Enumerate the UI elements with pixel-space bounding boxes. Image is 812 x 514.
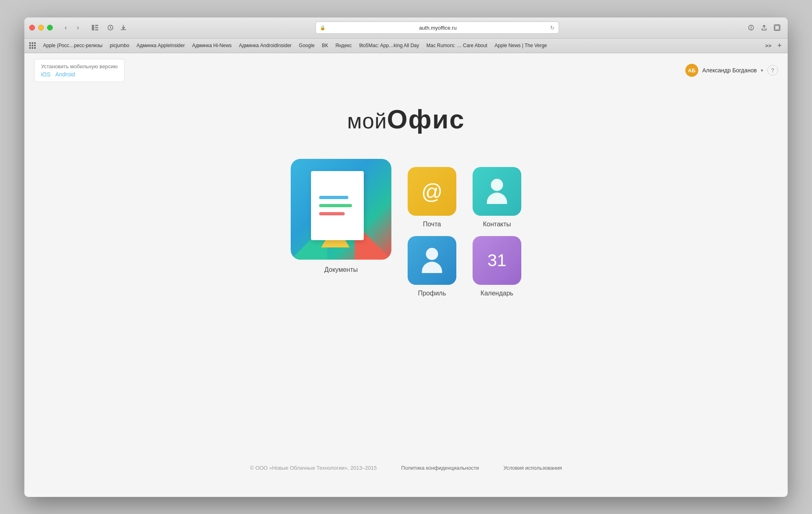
mail-label: Почта bbox=[423, 221, 441, 228]
document-paper bbox=[311, 171, 364, 240]
logo-moi: мой bbox=[347, 109, 387, 133]
download-status-icon[interactable] bbox=[745, 22, 757, 33]
apps-row-top: @ Почта Контакт bbox=[408, 167, 521, 228]
doc-line-3 bbox=[319, 212, 345, 215]
close-button[interactable] bbox=[29, 25, 35, 30]
profile-app[interactable]: Профиль bbox=[408, 236, 456, 297]
svg-rect-2 bbox=[95, 27, 98, 28]
calendar-date: 31 bbox=[488, 252, 507, 269]
apps-grid: Документы @ Почта bbox=[291, 159, 521, 297]
profile-person-body bbox=[422, 262, 442, 273]
forward-button[interactable]: › bbox=[72, 22, 84, 33]
bookmark-7[interactable]: Яндекс bbox=[332, 41, 355, 50]
maximize-button[interactable] bbox=[47, 25, 53, 30]
profile-label: Профиль bbox=[418, 290, 446, 297]
logo-ofis: Офис bbox=[387, 104, 465, 134]
bookmark-5[interactable]: Google bbox=[296, 41, 318, 50]
download-icon[interactable] bbox=[118, 22, 129, 33]
calendar-inner: 31 bbox=[488, 252, 507, 269]
bookmark-2[interactable]: Админка AppleInsider bbox=[133, 41, 188, 50]
mobile-install-box: Установить мобильную версию iOS Android bbox=[34, 59, 125, 82]
address-bar-section: 🔒 auth.myoffice.ru ↻ bbox=[105, 22, 783, 34]
bookmarks-add-button[interactable]: + bbox=[775, 41, 784, 50]
svg-rect-0 bbox=[92, 25, 94, 30]
main-content: мойОфис bbox=[24, 88, 788, 497]
ios-link[interactable]: iOS bbox=[41, 71, 50, 78]
contacts-app[interactable]: Контакты bbox=[473, 167, 521, 228]
bookmark-10[interactable]: Apple News | The Verge bbox=[491, 41, 550, 50]
documents-app[interactable]: Документы bbox=[291, 159, 391, 273]
toolbar-icons-right bbox=[745, 22, 783, 33]
mobile-install-title: Установить мобильную версию bbox=[41, 63, 118, 69]
doc-line-1 bbox=[319, 196, 348, 199]
toolbar-icons-left bbox=[105, 22, 129, 33]
documents-icon bbox=[291, 159, 391, 260]
nav-buttons: ‹ › bbox=[60, 22, 84, 33]
page-footer: © ООО «Новые Облачные Технологии», 2013–… bbox=[240, 455, 572, 481]
profile-person-head bbox=[426, 248, 438, 260]
address-bar[interactable]: 🔒 auth.myoffice.ru ↻ bbox=[315, 22, 559, 34]
android-link[interactable]: Android bbox=[55, 71, 75, 78]
bookmark-3[interactable]: Админка Hi-News bbox=[189, 41, 235, 50]
user-name-label: Александр Богданов bbox=[702, 67, 757, 74]
bookmark-9[interactable]: Mac Rumors: … Care About bbox=[423, 41, 490, 50]
mail-app[interactable]: @ Почта bbox=[408, 167, 456, 228]
browser-window: ‹ › bbox=[24, 17, 788, 497]
profile-person-figure bbox=[422, 248, 442, 273]
user-avatar: АБ bbox=[685, 64, 698, 77]
back-button[interactable]: ‹ bbox=[60, 22, 71, 33]
calendar-label: Календарь bbox=[481, 290, 514, 297]
history-icon[interactable] bbox=[105, 22, 116, 33]
apps-row-bottom: Профиль 31 Календарь bbox=[408, 236, 521, 297]
user-dropdown-button[interactable]: ▾ bbox=[761, 68, 763, 73]
tabs-icon[interactable] bbox=[771, 22, 783, 33]
contacts-person-figure bbox=[487, 179, 507, 204]
bookmark-4[interactable]: Админка AndroidInsider bbox=[236, 41, 295, 50]
mail-at-symbol: @ bbox=[421, 179, 443, 204]
lock-icon: 🔒 bbox=[320, 25, 326, 30]
bookmark-1[interactable]: picjumbo bbox=[106, 41, 132, 50]
bookmark-6[interactable]: ВК bbox=[319, 41, 331, 50]
documents-label: Документы bbox=[324, 266, 358, 273]
profile-icon bbox=[408, 236, 456, 285]
contacts-icon bbox=[473, 167, 521, 216]
mobile-links: iOS Android bbox=[41, 71, 118, 78]
svg-rect-7 bbox=[775, 26, 779, 30]
sidebar-button[interactable] bbox=[89, 22, 101, 33]
svg-rect-3 bbox=[95, 29, 98, 30]
url-display: auth.myoffice.ru bbox=[328, 25, 548, 31]
contacts-label: Контакты bbox=[483, 221, 511, 228]
app-logo: мойОфис bbox=[347, 104, 465, 134]
footer-copyright: © ООО «Новые Облачные Технологии», 2013–… bbox=[250, 465, 377, 471]
mail-icon: @ bbox=[408, 167, 456, 216]
minimize-button[interactable] bbox=[38, 25, 44, 30]
person-head bbox=[491, 179, 503, 191]
bookmark-0[interactable]: Apple (Росс…реcc-релизы bbox=[40, 41, 106, 50]
svg-rect-1 bbox=[95, 25, 98, 26]
privacy-link[interactable]: Политика конфиденциальности bbox=[401, 465, 479, 471]
calendar-icon: 31 bbox=[473, 236, 521, 285]
bookmarks-bar: Apple (Росс…реcc-релизы picjumbo Админка… bbox=[24, 39, 788, 53]
page-top-bar: Установить мобильную версию iOS Android … bbox=[24, 53, 788, 88]
share-icon[interactable] bbox=[758, 22, 770, 33]
page-content: Установить мобильную версию iOS Android … bbox=[24, 53, 788, 497]
refresh-icon[interactable]: ↻ bbox=[550, 25, 555, 31]
doc-line-2 bbox=[319, 204, 352, 207]
person-body bbox=[487, 193, 507, 204]
user-area: АБ Александр Богданов ▾ ? bbox=[685, 64, 778, 77]
help-button[interactable]: ? bbox=[767, 65, 778, 76]
bookmark-8[interactable]: 9to5Mac: App…king All Day bbox=[356, 41, 422, 50]
title-bar: ‹ › bbox=[24, 17, 788, 39]
bookmarks-more-button[interactable]: >> bbox=[763, 43, 774, 49]
calendar-app[interactable]: 31 Календарь bbox=[473, 236, 521, 297]
terms-link[interactable]: Условия использования bbox=[503, 465, 562, 471]
bookmarks-apps-icon[interactable] bbox=[28, 41, 37, 50]
traffic-lights bbox=[29, 25, 53, 30]
right-apps: @ Почта Контакт bbox=[408, 167, 521, 297]
